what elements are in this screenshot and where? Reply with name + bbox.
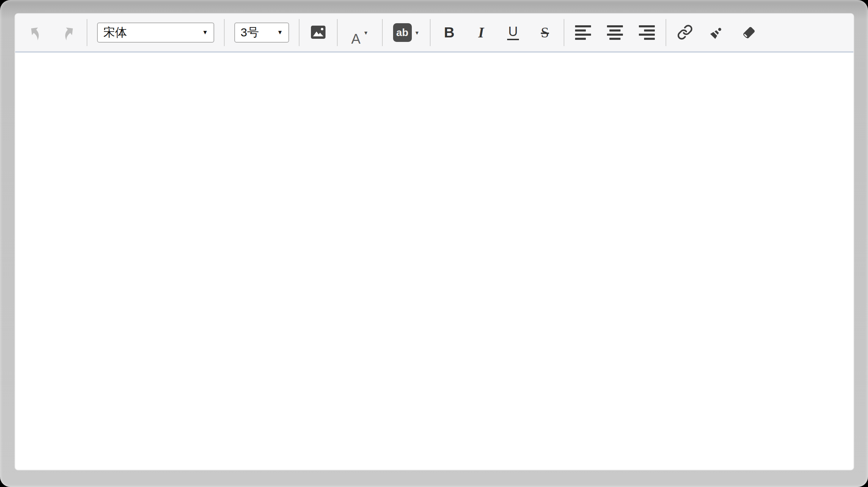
font-color-icon: A (351, 32, 361, 46)
toolbar-separator (299, 19, 300, 46)
dropdown-arrow-icon: ▼ (196, 29, 208, 36)
strikethrough-icon: S (541, 24, 549, 41)
link-icon (677, 24, 693, 41)
eraser-button[interactable] (739, 19, 758, 46)
editor-toolbar: 宋体 ▼ 3号 ▼ A (15, 14, 853, 53)
bold-icon: B (444, 24, 454, 41)
align-center-button[interactable] (605, 19, 625, 46)
editor-content[interactable] (15, 53, 853, 470)
window-frame: 宋体 ▼ 3号 ▼ A (0, 0, 868, 487)
toolbar-separator (87, 19, 87, 46)
toolbar-separator (337, 19, 338, 46)
toolbar-separator (564, 19, 564, 46)
undo-icon (28, 24, 44, 42)
font-family-value: 宋体 (103, 25, 127, 41)
insert-link-button[interactable] (675, 19, 695, 46)
dropdown-arrow-icon: ▼ (415, 30, 420, 36)
toolbar-separator (224, 19, 225, 46)
dropdown-arrow-icon: ▼ (271, 29, 283, 36)
redo-button[interactable] (58, 19, 78, 46)
toolbar-separator (382, 19, 383, 46)
toolbar-separator (666, 19, 666, 46)
font-color-button[interactable]: A ▼ (347, 19, 373, 46)
font-size-select[interactable]: 3号 ▼ (234, 23, 289, 43)
insert-image-button[interactable] (309, 19, 328, 46)
font-size-value: 3号 (241, 25, 259, 41)
undo-button[interactable] (26, 19, 46, 46)
editor-window: 宋体 ▼ 3号 ▼ A (15, 13, 854, 470)
align-left-button[interactable] (573, 19, 593, 46)
italic-icon: I (478, 24, 484, 41)
italic-button[interactable]: I (471, 19, 491, 46)
format-brush-button[interactable] (707, 19, 727, 46)
font-family-select[interactable]: 宋体 ▼ (97, 23, 214, 43)
paint-brush-icon (709, 24, 725, 42)
align-center-icon (607, 25, 623, 40)
underline-icon: U (507, 25, 519, 40)
align-right-icon (639, 25, 655, 40)
align-left-icon (575, 25, 591, 40)
highlight-color-button[interactable]: ab ▼ (392, 19, 421, 46)
align-right-button[interactable] (637, 19, 657, 46)
redo-icon (60, 24, 76, 42)
highlight-icon: ab (393, 23, 412, 42)
eraser-icon (740, 24, 757, 42)
toolbar-separator (430, 19, 431, 46)
image-icon (310, 24, 327, 41)
strikethrough-button[interactable]: S (535, 19, 555, 46)
dropdown-arrow-icon: ▼ (363, 30, 368, 36)
underline-button[interactable]: U (503, 19, 523, 46)
bold-button[interactable]: B (440, 19, 459, 46)
